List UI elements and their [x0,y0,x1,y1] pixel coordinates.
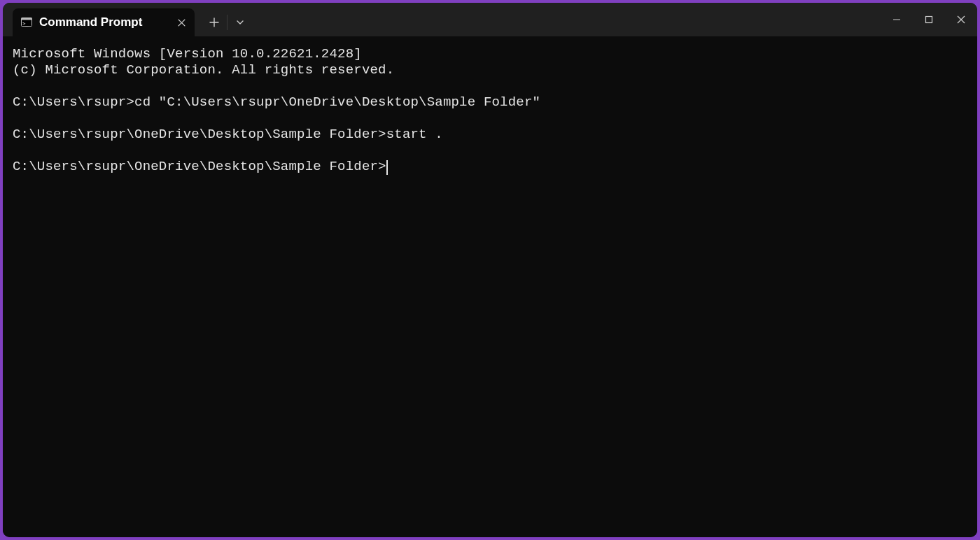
titlebar-drag-region[interactable] [253,3,881,36]
svg-rect-3 [926,17,932,23]
svg-rect-1 [22,18,32,20]
close-icon [957,15,965,24]
maximize-button[interactable] [913,3,945,36]
prompt: C:\Users\rsupr> [13,94,134,110]
new-tab-button[interactable] [202,8,227,36]
minimize-button[interactable] [881,3,913,36]
tabs-area: >_ Command Prompt [3,3,195,36]
close-window-button[interactable] [945,3,977,36]
command-text: cd "C:\Users\rsupr\OneDrive\Desktop\Samp… [134,94,540,110]
version-line: Microsoft Windows [Version 10.0.22621.24… [13,46,362,62]
terminal-window: >_ Command Prompt [3,3,977,537]
maximize-icon [925,15,933,24]
minimize-icon [892,15,901,24]
titlebar[interactable]: >_ Command Prompt [3,3,977,36]
svg-text:>_: >_ [22,21,29,27]
prompt: C:\Users\rsupr\OneDrive\Desktop\Sample F… [13,127,386,142]
terminal-output[interactable]: Microsoft Windows [Version 10.0.22621.24… [3,36,977,537]
text-cursor [386,160,388,175]
window-controls [881,3,977,36]
close-icon [178,19,186,27]
prompt: C:\Users\rsupr\OneDrive\Desktop\Sample F… [13,159,386,174]
close-tab-button[interactable] [175,16,188,29]
terminal-icon: >_ [21,17,32,28]
command-text: start . [386,127,443,142]
chevron-down-icon [236,18,244,27]
plus-icon [209,17,219,27]
copyright-line: (c) Microsoft Corporation. All rights re… [13,62,394,78]
tab-command-prompt[interactable]: >_ Command Prompt [13,8,195,36]
tab-title: Command Prompt [39,15,168,29]
tab-dropdown-button[interactable] [227,8,253,36]
